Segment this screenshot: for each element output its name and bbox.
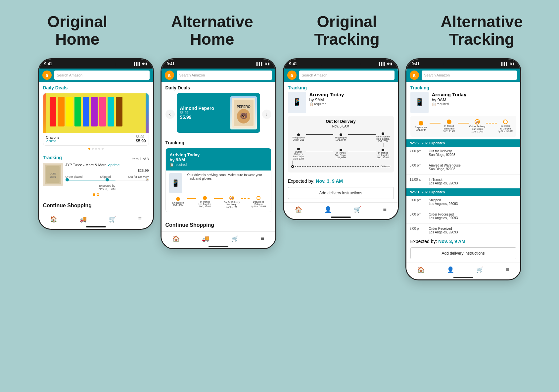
alt-tracking-img: 📱 [169,173,182,193]
update-row-1: 7:00 pm Out for DeliverySan Diego, 92093 [406,148,520,158]
svg-text:& MORE: & MORE [50,176,56,178]
deals-card-1: Crayons ✓prime $8.99 $5.99 [43,93,149,146]
tracking-page-header-4: Tracking [406,82,520,92]
arriving-time-4: by 9AM [432,97,467,102]
expected-by-3: Expected by: Nov. 3, 9 AM [284,175,398,187]
continue-shopping-btn-2[interactable]: Continue Shopping [162,219,275,231]
svg-rect-5 [83,97,89,126]
prev-btn-2[interactable]: ‹ [165,110,175,119]
home-indicator-3 [331,217,351,218]
bottom-nav-3: 🏠 👤 🛒 ≡ [284,202,398,215]
status-icons-4: ▌▌▌ ⊛ ▮ [501,62,515,66]
carousel-dots-1 [43,146,149,152]
update-header-nov1: Nov 1, 2020 Updates [406,188,520,196]
home-indicator-2 [209,246,228,247]
nav-menu-2[interactable]: ≡ [261,235,264,242]
tracking-item-1: MORE & MORE JYP Twice - More & More ✓pri… [43,163,149,191]
product-image-4: 📱 [410,92,429,113]
alt-req-2: 📋 required [170,163,200,167]
svg-text:MORE: MORE [49,172,56,175]
price-new-1: $5.99 [136,139,146,143]
nav-home-4[interactable]: 🏠 [417,266,425,273]
continue-shopping-btn-1[interactable]: Continue Shopping [39,199,153,212]
product-image-3: 📱 [288,92,306,113]
delivery-status-3: Out for DeliveryNov. 3 6AM [291,119,391,128]
next-btn-2[interactable]: › [262,110,271,119]
deals-image-1 [43,93,149,133]
status-time-2: 9:41 [167,62,175,66]
phone-alt-home: 9:41 ▌▌▌ ⊛ ▮ a Search Amazon Daily Deals… [161,58,276,249]
phone-notch-2: 9:41 ▌▌▌ ⊛ ▮ [162,59,275,69]
add-delivery-btn-3[interactable]: Add delivery instructions [288,187,394,199]
search-bar-2[interactable]: Search Amazon [177,71,272,80]
nav-person-4[interactable]: 👤 [447,266,454,273]
price-old-1: $8.99 [136,135,146,139]
svg-rect-3 [66,97,73,126]
home-indicator-4 [453,277,473,278]
phone-notch-4: 9:41 ▌▌▌ ⊛ ▮ [406,59,520,69]
nav-cart-3[interactable]: 🛒 [354,206,361,213]
nav-cart-2[interactable]: 🛒 [231,235,239,242]
svg-text:PEPERO: PEPERO [237,105,251,109]
alt-deal-new: $5.99 [180,115,214,120]
update-row-2: 5:00 pm Arrived at WarehouseSan Diego, 9… [406,162,520,172]
alt-deal-name: Almond Pepero [180,106,214,111]
item-count-1: Item 1 of 3 [132,157,149,161]
amazon-header-2: a Search Amazon [162,69,275,82]
nav-home-1[interactable]: 🏠 [50,216,57,223]
nav-cart-4[interactable]: 🛒 [476,266,484,273]
status-time-3: 9:41 [289,62,297,66]
nav-home-2[interactable]: 🏠 [172,235,180,242]
arriving-title-3: Arriving Today [309,92,344,97]
amazon-logo-2: a [165,71,174,80]
arriving-title-4: Arriving Today [432,92,467,97]
alt-deals-card: Almond Pepero $8.99 $5.99 PEPERO [177,93,260,133]
arriving-time-3: by 9AM [309,97,344,102]
status-icons-3: ▌▌▌ ⊛ ▮ [379,62,393,66]
status-icons-2: ▌▌▌ ⊛ ▮ [256,62,270,66]
section-title-alt-tracking: AlternativeTracking [419,13,544,48]
svg-rect-1 [50,97,56,126]
alt-arriving-title: Arriving Todayby 9AM [170,152,200,162]
add-delivery-btn-4[interactable]: Add delivery instructions [410,247,516,259]
section-title-original-home: OriginalHome [15,13,140,48]
phone-notch-1: 9:41 ▌▌▌ ⊛ ▮ [39,59,153,69]
status-icons-1: ▌▌▌ ⊛ ▮ [134,62,148,66]
nav-delivery-2[interactable]: 🚚 [202,235,209,242]
update-row-4: 9:00 pm ShippedLos Angeles, 92093 [406,197,520,207]
status-time-1: 9:41 [44,62,52,66]
search-bar-3[interactable]: Search Amazon [299,71,395,80]
nav-menu-3[interactable]: ≡ [383,206,387,213]
nav-home-3[interactable]: 🏠 [295,206,302,213]
arriving-req-3: 📋 required [309,102,344,106]
alt-tracking-note: Your driver is arriving soon. Make sure … [185,173,267,193]
tracking-price-1: $25.99 [66,169,149,172]
tracking-thumb-1: MORE & MORE [43,163,63,186]
tracking-product-1: JYP Twice - More & More ✓prime [66,163,149,167]
update-row-6: 2:00 pm Order ReceivedLos Angeles, 92093 [406,225,520,235]
search-bar-4[interactable]: Search Amazon [422,71,517,80]
nav-menu-4[interactable]: ≡ [506,266,509,273]
expected-by-4: Expected by: Nov. 3, 9 AM [406,235,520,247]
nav-delivery-1[interactable]: 🚚 [79,216,87,223]
amazon-logo-4: a [410,71,419,80]
phone-original-tracking: 9:41 ▌▌▌ ⊛ ▮ a Search Amazon Tracking 📱 … [283,58,399,220]
bottom-nav-4: 🏠 👤 🛒 ≡ [406,263,520,275]
phone-original-home: 9:41 ▌▌▌ ⊛ ▮ a Search Amazon Daily Deals [38,58,154,230]
search-bar-1[interactable]: Search Amazon [54,71,150,80]
alt-tracking-card: Arriving Todayby 9AM 📋 required 📱 Your d… [165,148,271,212]
alt-deals-image: PEPERO 🐻 [230,96,257,129]
bottom-nav-2: 🏠 🚚 🛒 ≡ [162,231,275,244]
prime-badge-1: ✓prime [46,139,60,143]
tracking-page-header-3: Tracking [284,82,398,92]
phone-alt-tracking: 9:41 ▌▌▌ ⊛ ▮ a Search Amazon Tracking 📱 … [405,58,521,280]
nav-menu-1[interactable]: ≡ [138,216,142,222]
amazon-header-1: a Search Amazon [39,69,153,82]
section-title-original-tracking: OriginalTracking [284,13,410,48]
arriving-req-4: 📋 required [432,102,467,106]
update-header-nov2: Nov 2, 2020 Updates [406,139,520,147]
bottom-nav-1: 🏠 🚚 🛒 ≡ [39,212,153,224]
nav-cart-1[interactable]: 🛒 [109,216,116,223]
nav-person-3[interactable]: 👤 [324,206,332,213]
phone-notch-3: 9:41 ▌▌▌ ⊛ ▮ [284,59,398,69]
